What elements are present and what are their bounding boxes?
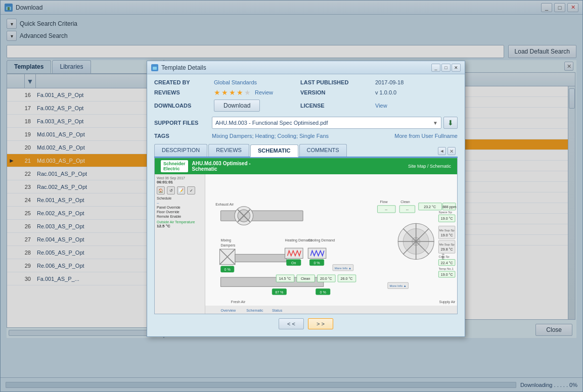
reviews-label: REVIEWS <box>154 89 210 95</box>
remote-enable-label: Remote Enable <box>157 215 203 218</box>
svg-text:87 %: 87 % <box>275 290 284 295</box>
schneider-logo: SchneiderElectric <box>161 160 188 172</box>
schematic-logo-area: SchneiderElectric AHU.Md.003 Optimised -… <box>161 160 251 172</box>
svg-text:Flow: Flow <box>380 200 388 204</box>
schematic-subtitle: Schematic <box>192 166 251 172</box>
tab-comments[interactable]: COMMENTS <box>299 144 347 157</box>
svg-text:Status: Status <box>272 309 283 313</box>
schematic-top-right: Site Map / Schematic <box>408 164 451 169</box>
inner-tabs-row: DESCRIPTION REVIEWS SCHEMATIC COMMENTS ◄… <box>154 144 458 158</box>
star-rating: ★ ★ ★ ★ ★ <box>214 88 251 96</box>
svg-text:Fresh Air: Fresh Air <box>231 300 246 304</box>
dialog-tags-row: TAGS Mixing Dampers; Heating; Cooling; S… <box>154 133 458 139</box>
star-2: ★ <box>221 88 228 96</box>
prev-nav-button[interactable]: < < <box>279 318 304 329</box>
tab-schematic[interactable]: SCHEMATIC <box>250 144 298 157</box>
star-3: ★ <box>229 88 236 96</box>
floor-override-label: Floor Override <box>157 210 203 214</box>
star-4: ★ <box>237 88 243 96</box>
svg-text:Mo Sup Sp: Mo Sup Sp <box>439 228 455 232</box>
version-value: v 1.0.0.0 <box>375 89 458 95</box>
dialog-title-text: Template Details <box>161 64 206 71</box>
schematic-area: SchneiderElectric AHU.Md.003 Optimised -… <box>154 158 458 314</box>
svg-rect-3 <box>153 67 157 70</box>
svg-text:23.2 °C: 23.2 °C <box>424 205 436 209</box>
last-published-label: LAST PUBLISHED <box>300 79 371 85</box>
svg-rect-79 <box>205 306 457 314</box>
svg-text:20.0 °C: 20.0 °C <box>320 277 332 281</box>
tab-close-button[interactable]: ✕ <box>447 147 456 155</box>
dialog-tags-value[interactable]: Mixing Dampers; Heating; Cooling; Single… <box>212 133 392 139</box>
star-5: ★ <box>244 88 251 96</box>
svg-text:Temp No.1: Temp No.1 <box>438 267 454 270</box>
schedule-value: -- <box>157 201 203 205</box>
svg-text:More Info ▲: More Info ▲ <box>335 266 351 270</box>
license-view-link[interactable]: View <box>375 103 458 109</box>
svg-text:29.8 °C: 29.8 °C <box>441 248 453 252</box>
info-grid: CREATED BY Global Standards LAST PUBLISH… <box>154 79 458 112</box>
tab-reviews[interactable]: REVIEWS <box>208 144 249 157</box>
next-nav-button[interactable]: > > <box>308 318 333 329</box>
schematic-content: SchneiderElectric AHU.Md.003 Optimised -… <box>155 158 457 314</box>
home-icon[interactable]: 🏠 <box>157 186 165 194</box>
more-from-user-link[interactable]: More from User Fullname <box>394 133 458 139</box>
outside-air-value: 12.5 °C <box>157 224 203 228</box>
svg-text:More Info ▲: More Info ▲ <box>389 284 406 287</box>
dialog-maximize-button[interactable]: □ <box>441 64 451 72</box>
dialog-minimize-button[interactable]: _ <box>431 64 440 72</box>
template-details-dialog: Template Details _ □ ✕ CREATED BY Global… <box>147 61 465 337</box>
svg-marker-4 <box>153 66 156 67</box>
support-files-row: SUPPORT FILES AHU.Md.003 - Functional Sp… <box>154 117 458 129</box>
version-label: VERSION <box>300 89 371 95</box>
dialog-tags-label: TAGS <box>154 133 210 139</box>
svg-text:Schematic: Schematic <box>246 309 263 313</box>
support-files-label: SUPPORT FILES <box>154 120 210 126</box>
review-link[interactable]: Review <box>255 89 273 95</box>
schematic-title-area: AHU.Md.003 Optimised - Schematic <box>192 161 251 172</box>
svg-text:19.0 °C: 19.0 °C <box>441 233 453 237</box>
download-btn-area: Download <box>214 100 296 112</box>
schematic-header-bar: SchneiderElectric AHU.Md.003 Optimised -… <box>155 158 457 174</box>
last-published-value: 2017-09-18 <box>375 79 458 85</box>
dialog-content: CREATED BY Global Standards LAST PUBLISH… <box>147 74 465 336</box>
svg-text:19.0 °C: 19.0 °C <box>441 217 453 221</box>
schematic-left-controls: Wed 06 Sep 2017 06:01:01 🏠 ↺ 📝 ✓ Schedul… <box>155 174 205 314</box>
support-action-button[interactable]: ⬇ <box>443 117 458 129</box>
downloads-label: DOWNLOADS <box>154 103 210 109</box>
svg-text:14.5 °C: 14.5 °C <box>279 277 291 281</box>
dropdown-arrow-icon: ▼ <box>433 120 438 126</box>
schematic-main-area: Exhaust Air <box>205 174 457 314</box>
svg-text:--: -- <box>406 208 409 212</box>
check-icon[interactable]: ✓ <box>187 186 195 194</box>
svg-text:Calc Sp: Calc Sp <box>438 255 450 258</box>
svg-text:Overview: Overview <box>220 309 236 313</box>
panel-override-label: Panel Override <box>157 206 203 209</box>
svg-rect-18 <box>235 254 287 262</box>
support-files-dropdown[interactable]: AHU.Md.003 - Functional Spec Optimised.p… <box>212 117 441 129</box>
svg-text:0 %: 0 % <box>313 261 320 265</box>
dialog-nav-buttons: < < > > <box>154 314 458 331</box>
reset-icon[interactable]: ↺ <box>167 186 175 194</box>
schematic-svg: Exhaust Air <box>205 174 457 314</box>
svg-text:On: On <box>291 261 296 265</box>
svg-text:Clean: Clean <box>301 277 310 281</box>
schematic-title: AHU.Md.003 Optimised - <box>192 161 251 166</box>
svg-text:0 %: 0 % <box>320 290 327 295</box>
created-by-value[interactable]: Global Standards <box>214 79 296 85</box>
schedule-label: Schedule <box>157 197 203 200</box>
support-file-value: AHU.Md.003 - Functional Spec Optimised.p… <box>215 120 328 126</box>
svg-text:22.4 °C: 22.4 °C <box>441 261 453 265</box>
tab-nav-prev-button[interactable]: ◄ <box>438 147 446 155</box>
dialog-close-button[interactable]: ✕ <box>452 64 461 72</box>
dialog-title-bar: Template Details _ □ ✕ <box>147 61 465 74</box>
outside-air-label: Outside Air Temperature <box>157 220 203 224</box>
tab-description[interactable]: DESCRIPTION <box>154 144 207 157</box>
dialog-overlay: Template Details _ □ ✕ CREATED BY Global… <box>0 0 583 392</box>
schematic-nav-icons: 🏠 ↺ 📝 ✓ <box>157 186 203 194</box>
svg-text:0 %: 0 % <box>225 268 231 272</box>
download-button[interactable]: Download <box>214 100 260 112</box>
svg-text:888 ppm: 888 ppm <box>442 205 457 209</box>
svg-text:--: -- <box>385 208 387 212</box>
svg-text:19.0 °C: 19.0 °C <box>441 273 453 277</box>
notes-icon[interactable]: 📝 <box>177 186 185 194</box>
